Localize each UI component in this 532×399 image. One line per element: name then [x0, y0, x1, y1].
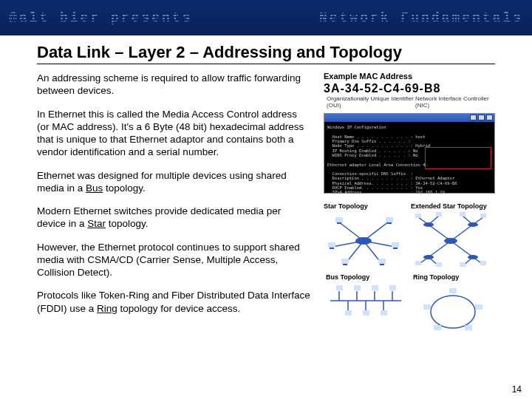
- svg-rect-15: [341, 259, 349, 264]
- terminal-output: Windows IP Configuration Host Name . . .…: [324, 122, 494, 193]
- topology-row-2: Bus Topology Ring Topology: [324, 273, 495, 341]
- banner: @alt_bier presents Network Fundamentals: [0, 0, 532, 35]
- svg-rect-63: [434, 325, 441, 330]
- svg-rect-13: [392, 242, 399, 248]
- svg-rect-57: [363, 310, 369, 316]
- para-2: In Ethernet this is called the Media Acc…: [37, 108, 310, 159]
- svg-rect-37: [436, 212, 442, 216]
- underline-star: Star: [87, 218, 106, 229]
- svg-rect-41: [436, 262, 442, 267]
- title-rule: [37, 64, 495, 64]
- svg-rect-56: [345, 310, 352, 316]
- extended-star-topology: Extended Star Topology: [411, 202, 491, 270]
- svg-rect-38: [460, 212, 466, 216]
- svg-rect-17: [378, 259, 386, 264]
- minimize-icon: [470, 115, 477, 120]
- highlight-box: [425, 147, 491, 169]
- mac-oui-label: Organizationally Unique Identifier (OUI): [327, 95, 415, 109]
- topology-row-1: Star Topology Extended Star Topology: [324, 202, 495, 270]
- svg-point-32: [423, 222, 434, 227]
- svg-rect-62: [465, 325, 472, 330]
- underline-bus: Bus: [86, 183, 103, 194]
- svg-rect-9: [386, 217, 393, 222]
- slide-title: Data Link – Layer 2 – Addressing and Top…: [37, 43, 495, 62]
- svg-point-33: [468, 222, 478, 227]
- extstar-diagram: [411, 211, 491, 269]
- star-topology: Star Topology: [324, 202, 403, 270]
- maximize-icon: [478, 115, 485, 120]
- ring-caption: Ring Topology: [413, 273, 493, 281]
- figure-column: Example MAC Address 3A-34-52-C4-69-B8 Or…: [324, 72, 495, 341]
- window-titlebar: [324, 114, 494, 122]
- svg-rect-43: [480, 261, 486, 265]
- svg-rect-14: [393, 248, 398, 249]
- svg-rect-58: [381, 310, 387, 316]
- bus-topology: Bus Topology: [326, 273, 406, 341]
- svg-rect-12: [330, 248, 334, 249]
- banner-left: @alt_bier presents: [9, 10, 192, 25]
- svg-rect-60: [449, 288, 457, 293]
- mac-address: 3A-34-52-C4-69-B8: [324, 82, 495, 95]
- svg-rect-55: [389, 285, 396, 290]
- svg-rect-40: [415, 261, 421, 265]
- extstar-caption: Extended Star Topology: [411, 202, 491, 210]
- svg-point-34: [423, 255, 434, 259]
- banner-right: Network Fundamentals: [319, 10, 523, 25]
- svg-rect-10: [387, 222, 392, 224]
- bus-diagram: [326, 282, 406, 319]
- star-caption: Star Topology: [324, 202, 403, 210]
- svg-rect-36: [415, 214, 421, 218]
- svg-rect-42: [460, 262, 466, 267]
- svg-rect-53: [354, 285, 361, 290]
- para-1: An addressing scheme is required to allo…: [37, 72, 310, 98]
- para-5: However, the Ethernet protocol continues…: [37, 241, 310, 279]
- underline-ring: Ring: [97, 303, 117, 314]
- svg-rect-39: [480, 214, 486, 218]
- svg-rect-61: [475, 304, 482, 310]
- para-4: Modern Ethernet switches provide dedicat…: [37, 205, 310, 231]
- para-3: Ethernet was designed for multiple devic…: [37, 169, 310, 195]
- para-6: Protocols like Token-Ring and Fiber Dist…: [37, 289, 310, 315]
- slide-content: Data Link – Layer 2 – Addressing and Top…: [0, 35, 532, 341]
- svg-point-6: [355, 237, 372, 245]
- close-icon: [486, 115, 493, 120]
- svg-rect-54: [372, 285, 378, 290]
- mac-nic-label: Network Interface Controller (NIC): [415, 95, 492, 109]
- page-number: 14: [512, 384, 522, 395]
- svg-rect-8: [337, 222, 341, 224]
- svg-point-35: [468, 255, 478, 259]
- svg-rect-11: [328, 242, 335, 248]
- ring-diagram: [413, 282, 493, 340]
- svg-rect-18: [380, 264, 384, 265]
- svg-rect-7: [335, 217, 343, 222]
- svg-rect-16: [343, 264, 347, 265]
- svg-point-59: [431, 296, 475, 328]
- mac-example: Example MAC Address 3A-34-52-C4-69-B8 Or…: [324, 72, 495, 109]
- star-diagram: [324, 211, 403, 269]
- svg-rect-64: [423, 304, 431, 310]
- ring-topology: Ring Topology: [413, 273, 493, 341]
- bus-caption: Bus Topology: [326, 273, 406, 281]
- text-column: An addressing scheme is required to allo…: [37, 72, 310, 341]
- svg-point-31: [444, 238, 457, 244]
- svg-rect-52: [336, 285, 343, 290]
- mac-label: Example MAC Address: [324, 72, 495, 81]
- ipconfig-window: Windows IP Configuration Host Name . . .…: [324, 113, 495, 194]
